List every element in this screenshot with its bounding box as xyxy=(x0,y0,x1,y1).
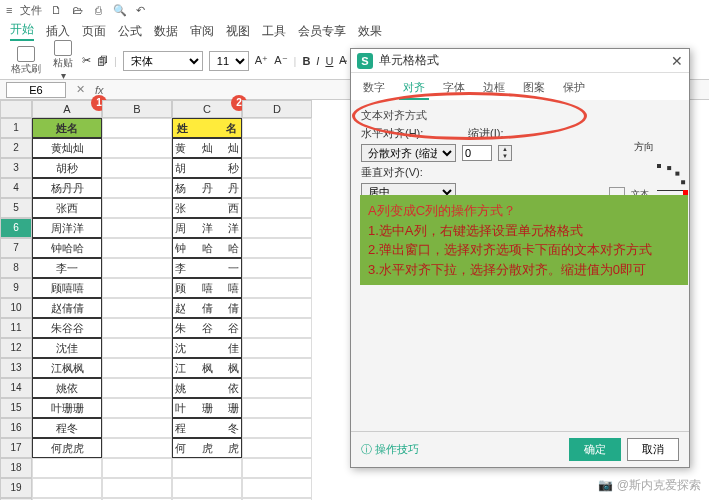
cell[interactable] xyxy=(242,138,312,158)
row-header[interactable]: 12 xyxy=(0,338,32,358)
cell[interactable] xyxy=(242,218,312,238)
cell[interactable] xyxy=(102,178,172,198)
cell[interactable]: 赵倩倩 xyxy=(172,298,242,318)
cell[interactable] xyxy=(242,198,312,218)
row-header[interactable]: 8 xyxy=(0,258,32,278)
menu-icon[interactable]: ≡ xyxy=(6,4,12,16)
cell[interactable] xyxy=(102,418,172,438)
cell[interactable] xyxy=(172,478,242,498)
cell[interactable] xyxy=(242,438,312,458)
cell[interactable] xyxy=(242,258,312,278)
cell-b1[interactable] xyxy=(102,118,172,138)
cell-d1[interactable] xyxy=(242,118,312,138)
tab-number[interactable]: 数字 xyxy=(359,77,389,100)
cell[interactable] xyxy=(102,158,172,178)
cell[interactable]: 胡秒 xyxy=(172,158,242,178)
cell[interactable] xyxy=(242,338,312,358)
cell[interactable]: 江枫枫 xyxy=(32,358,102,378)
cell[interactable] xyxy=(102,478,172,498)
cell[interactable] xyxy=(102,338,172,358)
cell[interactable] xyxy=(102,238,172,258)
row-header[interactable]: 7 xyxy=(0,238,32,258)
paste-button[interactable]: 粘贴▾ xyxy=(50,40,76,81)
cell[interactable]: 顾嘻嘻 xyxy=(172,278,242,298)
undo-icon[interactable]: ↶ xyxy=(134,4,147,17)
cancel-button[interactable]: 取消 xyxy=(627,438,679,461)
menu-effect[interactable]: 效果 xyxy=(358,23,382,40)
cell[interactable]: 钟哈哈 xyxy=(32,238,102,258)
h-align-select[interactable]: 分散对齐 (缩进) xyxy=(361,144,456,162)
cell[interactable] xyxy=(242,478,312,498)
bold-button[interactable]: B xyxy=(302,55,310,67)
cell[interactable] xyxy=(242,378,312,398)
tab-border[interactable]: 边框 xyxy=(479,77,509,100)
menu-data[interactable]: 数据 xyxy=(154,23,178,40)
cell[interactable]: 何虎虎 xyxy=(172,438,242,458)
cell[interactable] xyxy=(172,458,242,478)
row-header[interactable]: 9 xyxy=(0,278,32,298)
cell-c1[interactable]: 姓名 xyxy=(172,118,242,138)
cell[interactable]: 朱谷谷 xyxy=(32,318,102,338)
cell[interactable] xyxy=(242,318,312,338)
row-header[interactable]: 1 xyxy=(0,118,32,138)
col-header-a[interactable]: A1 xyxy=(32,100,102,118)
folder-icon[interactable]: 🗁 xyxy=(71,4,84,17)
decrease-font-icon[interactable]: A⁻ xyxy=(274,54,287,67)
cell[interactable] xyxy=(102,438,172,458)
row-header[interactable]: 16 xyxy=(0,418,32,438)
cell[interactable] xyxy=(32,458,102,478)
cell[interactable] xyxy=(242,298,312,318)
close-icon[interactable]: ✕ xyxy=(671,53,683,69)
print-icon[interactable]: ⎙ xyxy=(92,4,105,17)
cell[interactable] xyxy=(102,198,172,218)
cell[interactable] xyxy=(102,258,172,278)
ok-button[interactable]: 确定 xyxy=(569,438,621,461)
font-name-select[interactable]: 宋体 xyxy=(123,51,203,71)
tab-align[interactable]: 对齐 xyxy=(399,77,429,100)
tab-font[interactable]: 字体 xyxy=(439,77,469,100)
format-painter-button[interactable]: 格式刷 xyxy=(8,46,44,76)
row-header[interactable]: 3 xyxy=(0,158,32,178)
select-all-corner[interactable] xyxy=(0,100,32,118)
menu-insert[interactable]: 插入 xyxy=(46,23,70,40)
tab-pattern[interactable]: 图案 xyxy=(519,77,549,100)
cell[interactable]: 姚依 xyxy=(32,378,102,398)
cell[interactable]: 胡秒 xyxy=(32,158,102,178)
row-header[interactable]: 19 xyxy=(0,478,32,498)
menu-start[interactable]: 开始 xyxy=(10,21,34,41)
cell[interactable]: 沈佳 xyxy=(172,338,242,358)
cell[interactable]: 杨丹丹 xyxy=(32,178,102,198)
row-header[interactable]: 17 xyxy=(0,438,32,458)
cell[interactable] xyxy=(242,278,312,298)
fx-label[interactable]: fx xyxy=(89,84,110,96)
fx-cancel-icon[interactable]: ✕ xyxy=(72,83,89,96)
increase-font-icon[interactable]: A⁺ xyxy=(255,54,268,67)
cell[interactable] xyxy=(102,218,172,238)
cell[interactable] xyxy=(102,318,172,338)
row-header[interactable]: 10 xyxy=(0,298,32,318)
cell[interactable] xyxy=(102,458,172,478)
cell[interactable]: 黄灿灿 xyxy=(172,138,242,158)
cell[interactable]: 叶珊珊 xyxy=(32,398,102,418)
cell[interactable]: 钟哈哈 xyxy=(172,238,242,258)
row-header[interactable]: 15 xyxy=(0,398,32,418)
row-header[interactable]: 18 xyxy=(0,458,32,478)
menu-formula[interactable]: 公式 xyxy=(118,23,142,40)
cell[interactable] xyxy=(242,398,312,418)
preview-icon[interactable]: 🔍 xyxy=(113,4,126,17)
italic-button[interactable]: I xyxy=(316,55,319,67)
col-header-b[interactable]: B xyxy=(102,100,172,118)
cell[interactable] xyxy=(102,378,172,398)
cell[interactable]: 黄灿灿 xyxy=(32,138,102,158)
cell[interactable]: 朱谷谷 xyxy=(172,318,242,338)
menu-view[interactable]: 视图 xyxy=(226,23,250,40)
indent-input[interactable] xyxy=(462,145,492,161)
cell[interactable]: 江枫枫 xyxy=(172,358,242,378)
cell[interactable] xyxy=(102,298,172,318)
cell-a1[interactable]: 姓名 xyxy=(32,118,102,138)
indent-spinner[interactable]: ▲▼ xyxy=(498,145,512,161)
row-header[interactable]: 6 xyxy=(0,218,32,238)
cell[interactable]: 程冬 xyxy=(32,418,102,438)
cell[interactable] xyxy=(102,138,172,158)
save-icon[interactable]: 🗋 xyxy=(50,4,63,17)
